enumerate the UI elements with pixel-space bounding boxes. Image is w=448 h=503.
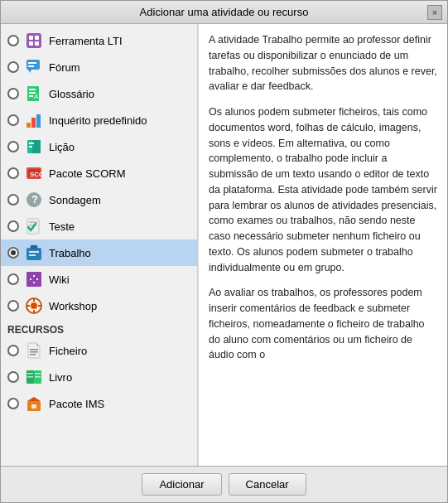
licao-label: Lição xyxy=(49,141,75,153)
svg-rect-4 xyxy=(35,41,39,46)
workshop-label: Workshop xyxy=(49,300,97,312)
list-item[interactable]: Ferramenta LTI xyxy=(1,27,197,54)
list-item[interactable]: Wiki xyxy=(1,266,197,293)
svg-rect-14 xyxy=(26,123,31,128)
description-para-3: Ao avaliar os trabalhos, os professores … xyxy=(209,285,437,363)
trabalho-icon xyxy=(24,243,44,263)
activity-list[interactable]: Ferramenta LTI Fórum xyxy=(1,24,197,466)
radio-sondagem[interactable] xyxy=(7,194,19,206)
svg-rect-15 xyxy=(31,118,36,128)
svg-rect-16 xyxy=(36,114,41,128)
svg-rect-7 xyxy=(28,62,36,64)
svg-rect-59 xyxy=(35,376,41,378)
svg-marker-61 xyxy=(27,397,41,401)
svg-rect-0 xyxy=(26,33,41,48)
svg-rect-20 xyxy=(29,146,32,148)
svg-rect-39 xyxy=(32,283,36,287)
radio-teste[interactable] xyxy=(7,220,19,232)
ficheiro-icon xyxy=(24,341,44,360)
glossario-label: Glossário xyxy=(49,88,94,100)
list-item[interactable]: SCO Pacote SCORM xyxy=(1,160,197,186)
svg-rect-42 xyxy=(31,277,36,282)
svg-rect-32 xyxy=(29,251,39,253)
svg-rect-18 xyxy=(32,140,41,153)
livro-label: Livro xyxy=(49,371,72,384)
radio-trabalho[interactable] xyxy=(7,247,19,259)
svg-rect-48 xyxy=(38,305,41,307)
svg-point-44 xyxy=(31,302,37,309)
svg-rect-57 xyxy=(27,376,33,378)
radio-ficheiro[interactable] xyxy=(7,345,19,356)
dialog-title: Adicionar uma atividade ou recurso xyxy=(140,6,309,18)
list-item[interactable]: Teste xyxy=(1,213,197,239)
svg-rect-19 xyxy=(29,143,34,144)
list-item[interactable]: Fórum xyxy=(1,54,197,80)
glossario-icon: A xyxy=(24,84,44,104)
lti-icon xyxy=(24,31,44,51)
list-item[interactable]: A Glossário xyxy=(1,80,197,107)
dialog: Adicionar uma atividade ou recurso × xyxy=(0,0,448,503)
list-item-trabalho[interactable]: Trabalho xyxy=(1,239,197,266)
svg-rect-62 xyxy=(31,404,36,409)
svg-rect-27 xyxy=(29,221,37,223)
list-item[interactable]: Pacote IMS xyxy=(1,390,197,417)
radio-glossario[interactable] xyxy=(7,88,19,99)
description-para-2: Os alunos podem submeter ficheiros, tais… xyxy=(209,104,437,275)
right-panel: A atividade Trabalho permite ao professo… xyxy=(198,24,447,466)
radio-pacote-ims[interactable] xyxy=(7,398,19,409)
cancel-button[interactable]: Cancelar xyxy=(229,473,306,496)
svg-rect-58 xyxy=(35,373,41,375)
close-button[interactable]: × xyxy=(427,5,442,20)
list-item[interactable]: Inquérito predefinido xyxy=(1,107,197,133)
forum-icon xyxy=(24,57,44,77)
svg-rect-46 xyxy=(33,310,35,313)
svg-rect-38 xyxy=(32,272,36,275)
radio-livro[interactable] xyxy=(7,371,19,383)
workshop-icon xyxy=(24,296,44,316)
svg-text:A: A xyxy=(33,93,38,100)
ficheiro-label: Ficheiro xyxy=(49,345,87,357)
svg-rect-3 xyxy=(29,41,33,46)
resources-section-header: RECURSOS xyxy=(1,319,197,337)
wiki-label: Wiki xyxy=(49,273,70,286)
svg-rect-33 xyxy=(29,254,36,256)
add-button[interactable]: Adicionar xyxy=(142,473,221,496)
svg-rect-31 xyxy=(31,245,37,249)
radio-wiki[interactable] xyxy=(7,273,19,285)
radio-licao[interactable] xyxy=(7,141,19,152)
dialog-footer: Adicionar Cancelar xyxy=(1,466,447,502)
wiki-icon xyxy=(24,269,44,289)
licao-icon xyxy=(24,137,44,157)
radio-scorm[interactable] xyxy=(7,167,19,179)
svg-rect-2 xyxy=(35,36,39,40)
scorm-label: Pacote SCORM xyxy=(49,167,125,180)
svg-rect-41 xyxy=(38,278,41,281)
svg-rect-45 xyxy=(33,298,35,302)
lti-label: Ferramenta LTI xyxy=(49,35,123,47)
radio-workshop[interactable] xyxy=(7,300,19,312)
list-item[interactable]: Livro xyxy=(1,364,197,390)
scorm-icon: SCO xyxy=(24,163,44,183)
list-item[interactable]: ? Sondagem xyxy=(1,186,197,213)
teste-label: Teste xyxy=(49,220,75,233)
sondagem-icon: ? xyxy=(24,190,44,210)
description-para-1: A atividade Trabalho permite ao professo… xyxy=(209,32,437,94)
svg-rect-51 xyxy=(30,349,38,351)
radio-inquerito[interactable] xyxy=(7,114,19,126)
main-content: Ferramenta LTI Fórum xyxy=(1,24,447,466)
list-item[interactable]: Lição xyxy=(1,133,197,160)
svg-rect-8 xyxy=(28,65,34,67)
inquerito-label: Inquérito predefinido xyxy=(49,114,147,127)
svg-marker-6 xyxy=(28,70,31,73)
left-panel: Ferramenta LTI Fórum xyxy=(1,24,198,466)
livro-icon xyxy=(24,367,44,387)
svg-rect-12 xyxy=(29,95,33,97)
teste-icon xyxy=(24,216,44,236)
description-area: A atividade Trabalho permite ao professo… xyxy=(198,24,447,466)
radio-forum[interactable] xyxy=(7,61,19,73)
radio-lti[interactable] xyxy=(7,35,19,46)
list-item-workshop[interactable]: Workshop xyxy=(1,293,197,319)
svg-rect-1 xyxy=(29,36,33,40)
pacote-ims-icon xyxy=(24,394,44,414)
list-item[interactable]: Ficheiro xyxy=(1,337,197,364)
